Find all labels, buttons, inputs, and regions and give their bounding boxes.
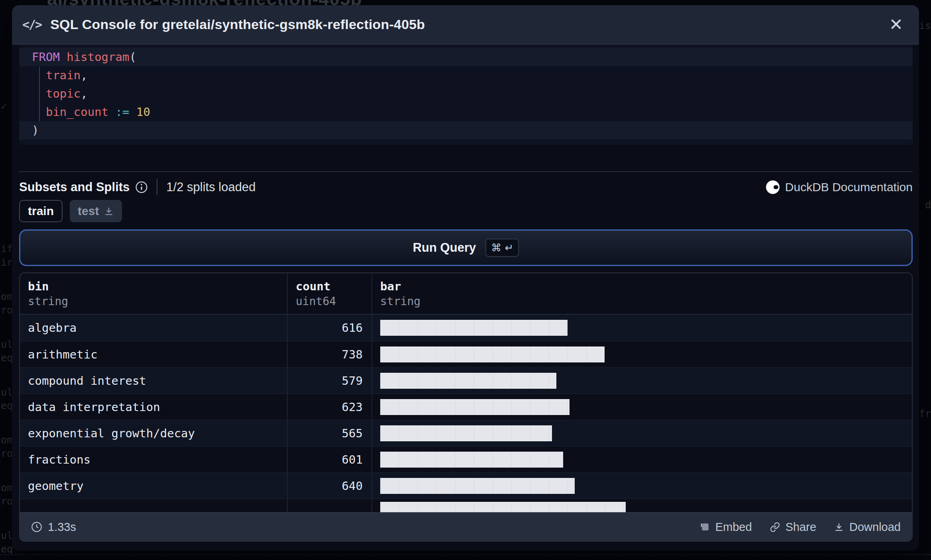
cell-bin: arithmetic (20, 341, 288, 367)
close-icon[interactable]: ✕ (889, 16, 903, 33)
cell-bar (372, 473, 912, 499)
cell-bin: geometry (20, 473, 288, 499)
code-token: := (116, 105, 130, 119)
cell-count (288, 499, 372, 512)
split-button-train[interactable]: train (19, 200, 63, 222)
code-line-4[interactable]: bin_count := 10 (19, 103, 913, 121)
column-header-bar[interactable]: bar string (372, 273, 912, 314)
info-icon[interactable] (135, 181, 148, 194)
column-type: uint64 (296, 295, 371, 308)
cell-count: 601 (288, 446, 372, 472)
footer-actions: Embed Share (700, 521, 901, 534)
table-row[interactable]: geometry640 (20, 472, 912, 499)
column-header-bin[interactable]: bin string (20, 273, 288, 314)
run-query-label: Run Query (413, 241, 476, 255)
cell-count: 616 (288, 315, 372, 341)
table-row[interactable]: compound interest579 (20, 367, 912, 394)
cell-bin: algebra (20, 315, 288, 341)
sql-console-modal: </> SQL Console for gretelai/synthetic-g… (12, 5, 919, 551)
split-button-test[interactable]: test (70, 200, 122, 222)
duckdb-documentation-link[interactable]: DuckDB Documentation (766, 180, 913, 194)
subsets-row: Subsets and Splits 1/2 splits loaded Duc… (19, 178, 913, 196)
query-elapsed: 1.33s (31, 521, 76, 534)
modal-titlebar: </> SQL Console for gretelai/synthetic-g… (12, 5, 919, 45)
background-text-fragment: if ir (1, 242, 13, 269)
code-icon: </> (22, 18, 41, 31)
background-text-fragment: om ro (1, 433, 13, 460)
table-row[interactable] (20, 499, 912, 512)
background-dashed-divider (0, 554, 931, 555)
cell-bar (372, 341, 912, 367)
background-text-fragment: is (919, 19, 931, 33)
splits-loaded-status: 1/2 splits loaded (166, 180, 255, 194)
histogram-bar (380, 502, 626, 513)
code-token: ( (129, 50, 136, 64)
download-button[interactable]: Download (834, 521, 901, 534)
code-token (108, 105, 115, 119)
histogram-bar (380, 452, 563, 468)
table-header: bin string count uint64 bar string (20, 273, 912, 315)
cell-bin: compound interest (20, 368, 288, 394)
indent-guide (39, 67, 40, 121)
code-token: topic (46, 87, 81, 100)
histogram-bar (380, 320, 568, 336)
histogram-bar (380, 478, 575, 494)
cell-count: 565 (288, 420, 372, 446)
code-line-5[interactable]: ) (19, 121, 913, 139)
table-row[interactable]: arithmetic738 (20, 341, 912, 367)
duckdb-logo-icon (766, 180, 780, 194)
code-line-1[interactable]: FROM histogram( (19, 48, 913, 66)
code-token: 10 (136, 105, 150, 119)
link-icon (770, 522, 780, 533)
share-button[interactable]: Share (770, 521, 816, 534)
table-row[interactable]: algebra616 (20, 315, 912, 341)
code-token: FROM (32, 50, 67, 64)
download-icon (104, 206, 114, 216)
vertical-separator (157, 179, 157, 195)
histogram-bar (380, 399, 570, 415)
code-token: , (81, 87, 87, 100)
split-train-label: train (28, 204, 54, 218)
results-footer: 1.33s Embed (20, 512, 912, 541)
code-token: , (81, 69, 87, 82)
background-text-fragment: om ro (1, 290, 13, 317)
cell-bar (372, 315, 912, 341)
clock-icon (31, 521, 42, 533)
table-row[interactable]: fractions601 (20, 446, 912, 472)
table-row[interactable]: data interpretation623 (20, 394, 912, 420)
sql-editor[interactable]: FROM histogram( train, topic, bin_count … (19, 45, 913, 145)
subsets-label: Subsets and Splits (19, 180, 130, 194)
section-divider (19, 171, 913, 172)
download-label: Download (849, 521, 901, 534)
histogram-bar (380, 373, 556, 389)
histogram-bar (380, 425, 552, 441)
cell-count: 640 (288, 473, 372, 499)
background-page-heading: ai/synthetic-gsm8k-reflection-405b (47, 0, 362, 5)
table-row[interactable]: exponential growth/decay565 (20, 420, 912, 446)
cell-count: 738 (288, 341, 372, 367)
column-header-count[interactable]: count uint64 (288, 273, 372, 314)
background-page-strip: ai/synthetic-gsm8k-reflection-405b (0, 0, 931, 5)
column-type: string (380, 295, 912, 308)
background-text-fragment: ✓ (1, 100, 7, 113)
background-text-fragment: ul eq (1, 386, 13, 413)
cell-bar (372, 394, 912, 420)
code-token: ) (32, 123, 39, 137)
code-token (129, 105, 136, 119)
share-label: Share (786, 521, 816, 534)
duckdb-documentation-label: DuckDB Documentation (785, 180, 913, 194)
column-name: count (296, 280, 371, 293)
background-text-fragment: om ro (1, 481, 13, 508)
embed-button[interactable]: Embed (700, 521, 752, 534)
column-name: bar (380, 280, 912, 293)
code-line-2[interactable]: train, (19, 66, 913, 84)
code-token: train (46, 69, 81, 82)
cell-count: 579 (288, 368, 372, 394)
download-icon (834, 522, 844, 532)
modal-title: SQL Console for gretelai/synthetic-gsm8k… (50, 17, 425, 32)
run-query-button[interactable]: Run Query ⌘ ↵ (19, 229, 913, 266)
histogram-bar (380, 347, 605, 362)
column-name: bin (28, 280, 287, 293)
code-line-3[interactable]: topic, (19, 84, 913, 103)
cell-bin (20, 499, 288, 512)
